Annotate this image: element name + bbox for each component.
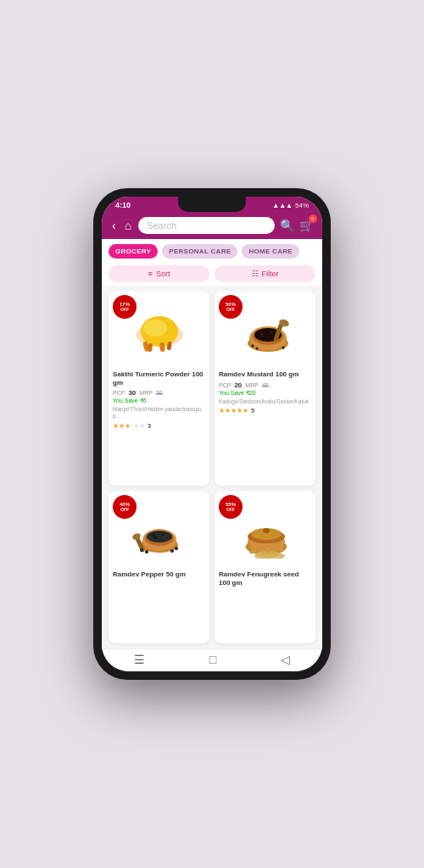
product-card-fenugreek[interactable]: 55% OFF: [215, 491, 315, 643]
product-card-mustard[interactable]: 50% OFF: [215, 291, 315, 486]
product-info-mustard: Ramdev Mustard 100 gm PCP 20 MRP 40 You …: [215, 367, 315, 419]
svg-point-43: [280, 548, 283, 552]
discount-badge-turmeric: 17% OFF: [113, 295, 137, 319]
bottom-back-icon[interactable]: ◁: [281, 653, 290, 666]
battery-icon: 54%: [295, 202, 309, 209]
svg-point-34: [170, 549, 174, 553]
nav-right-icons: 🔍 🛒 0: [280, 218, 314, 233]
svg-point-47: [261, 552, 264, 554]
product-info-pepper: Ramdev Pepper 50 gm: [109, 567, 209, 583]
product-image-wrap-fenugreek: 55% OFF: [215, 491, 315, 567]
price-row-turmeric: PCP 30 MRP 36: [113, 389, 205, 397]
svg-point-19: [255, 348, 258, 350]
nav-bar: ‹ ⌂ Search 🔍 🛒 0: [102, 212, 322, 239]
product-card-turmeric[interactable]: 17% OFF: [109, 291, 209, 486]
bottom-menu-icon[interactable]: ☰: [134, 653, 145, 666]
svg-point-49: [272, 552, 275, 554]
sort-filter-row: ≡ Sort ☷ Filter: [102, 262, 322, 286]
product-image-wrap-pepper: 40% OFF: [109, 491, 209, 567]
savings-turmeric: You Save ₹6: [113, 398, 205, 404]
search-placeholder: Search: [147, 220, 176, 231]
svg-point-20: [282, 347, 284, 349]
svg-point-48: [266, 551, 269, 554]
svg-point-26: [156, 531, 159, 535]
sort-button[interactable]: ≡ Sort: [109, 265, 209, 282]
home-button[interactable]: ⌂: [123, 217, 133, 234]
svg-point-27: [161, 532, 165, 536]
sort-label: Sort: [156, 270, 170, 278]
stars-filled-turmeric: ★★★: [113, 422, 131, 430]
filter-label: Filter: [262, 270, 279, 278]
svg-point-12: [264, 330, 267, 333]
svg-point-35: [175, 547, 178, 550]
category-tabs: GROCERY PERSONAL CARE HOME CARE: [102, 239, 322, 262]
search-bar[interactable]: Search: [138, 217, 275, 234]
svg-point-15: [261, 334, 265, 337]
wifi-icon: ▲▲▲: [272, 202, 293, 209]
filter-button[interactable]: ☷ Filter: [215, 265, 315, 282]
svg-point-13: [270, 331, 273, 334]
svg-point-32: [140, 548, 143, 552]
product-card-pepper[interactable]: 40% OFF: [109, 491, 209, 643]
svg-point-18: [251, 345, 254, 348]
svg-point-44: [283, 544, 287, 548]
rating-row-turmeric: ★★★★★ 3: [113, 422, 205, 430]
phone-device: 4:10 ▲▲▲ 54% ‹ ⌂ Search 🔍 🛒 0 GROCER: [93, 188, 331, 680]
status-time: 4:10: [115, 201, 131, 209]
svg-point-40: [263, 528, 270, 533]
products-grid: 17% OFF: [102, 286, 322, 648]
svg-point-14: [266, 334, 270, 337]
bottom-home-icon[interactable]: □: [209, 653, 216, 666]
product-name-turmeric: Sakthi Turmeric Powder 100 gm: [113, 370, 205, 387]
product-image-wrap-mustard: 50% OFF: [215, 291, 315, 367]
search-icon[interactable]: 🔍: [280, 219, 294, 232]
back-button[interactable]: ‹: [110, 217, 118, 234]
tags-mustard: Kadugu/Sarason/Avalu/Sasive/Katuk: [219, 398, 311, 405]
svg-point-42: [245, 546, 250, 548]
discount-badge-mustard: 50% OFF: [219, 295, 243, 319]
tab-personal-care[interactable]: PERSONAL CARE: [162, 244, 237, 259]
product-name-mustard: Ramdev Mustard 100 gm: [219, 370, 311, 379]
bottom-nav-bar: ☰ □ ◁: [102, 648, 322, 671]
sort-icon: ≡: [148, 270, 153, 278]
product-name-fenugreek: Ramdev Fenugreek seed 100 gm: [219, 570, 311, 587]
tab-home-care[interactable]: HOME CARE: [242, 244, 299, 259]
tags-turmeric: Manjal Thool/Haldee paudar/pasupu p...: [113, 406, 205, 420]
svg-point-33: [145, 550, 148, 554]
filter-icon: ☷: [252, 270, 259, 278]
phone-notch: [178, 197, 246, 212]
cart-icon-wrap[interactable]: 🛒 0: [299, 218, 314, 233]
svg-point-29: [153, 536, 157, 539]
savings-mustard: You Save ₹20: [219, 390, 311, 397]
product-image-wrap-turmeric: 17% OFF: [109, 291, 209, 367]
product-name-pepper: Ramdev Pepper 50 gm: [113, 570, 205, 579]
status-icons: ▲▲▲ 54%: [272, 202, 309, 209]
rating-row-mustard: ★★★★★ 5: [219, 407, 311, 415]
stars-filled-mustard: ★★★★★: [219, 407, 248, 415]
cart-badge: 0: [309, 214, 317, 223]
product-info-fenugreek: Ramdev Fenugreek seed 100 gm: [215, 567, 315, 591]
price-row-mustard: PCP 20 MRP 40: [219, 381, 311, 389]
tab-grocery[interactable]: GROCERY: [109, 244, 158, 259]
product-info-turmeric: Sakthi Turmeric Powder 100 gm PCP 30 MRP…: [109, 367, 209, 434]
phone-screen: 4:10 ▲▲▲ 54% ‹ ⌂ Search 🔍 🛒 0 GROCER: [102, 197, 322, 671]
svg-point-2: [143, 320, 167, 337]
svg-point-28: [158, 536, 161, 539]
